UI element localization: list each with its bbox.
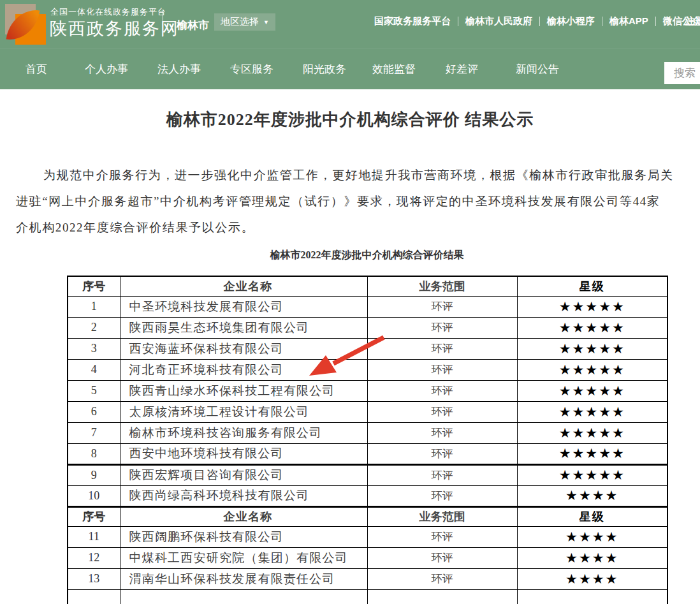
column-header: 星级 [517, 276, 667, 296]
row-number: 6 [68, 401, 120, 422]
site-logo-icon [5, 4, 46, 45]
topbar-link[interactable]: 榆林小程序 [540, 15, 602, 27]
row-number: 9 [68, 464, 120, 485]
brand-divider [163, 11, 163, 37]
company-name: 西安中地环境科技有限公司 [120, 443, 367, 464]
business-scope: 环评 [367, 485, 517, 506]
site-header: 全国一体化在线政务服务平台 陕西政务服务网 榆林市 地区选择 ▼ 国家政务服务平… [0, 0, 700, 48]
business-scope: 环评 [367, 338, 517, 359]
business-scope: 环评 [367, 443, 517, 464]
row-number: 3 [68, 338, 120, 359]
nav-item-7[interactable]: 好差评 [446, 48, 478, 90]
table-row: 6太原核清环境工程设计有限公司环评★★★★★ [68, 401, 667, 422]
business-scope: 环评 [367, 547, 517, 568]
nav-item-5[interactable]: 阳光政务 [303, 48, 346, 90]
star-rating: ★★★★★ [517, 464, 667, 485]
company-name: 河北奇正环境科技有限公司 [120, 359, 367, 380]
table-header-row: 序号企业名称业务范围星级 [68, 506, 667, 526]
region-select-button[interactable]: 地区选择 ▼ [214, 13, 275, 31]
table-row: 7榆林市环境科技咨询服务有限公司环评★★★★★ [68, 422, 667, 443]
column-header: 业务范围 [367, 506, 517, 526]
row-number: 5 [68, 380, 120, 401]
topbar-link[interactable]: 榆林APP [602, 15, 655, 27]
column-header: 企业名称 [120, 506, 367, 526]
empty-cell [120, 589, 367, 604]
empty-cell [517, 589, 667, 604]
star-rating: ★★★★★ [517, 401, 667, 422]
table-row: 4河北奇正环境科技有限公司环评★★★★★ [68, 359, 667, 380]
company-name: 榆林市环境科技咨询服务有限公司 [120, 422, 367, 443]
table-caption: 榆林市2022年度涉批中介机构综合评价结果 [67, 249, 667, 262]
company-name: 西安海蓝环保科技有限公司 [120, 338, 367, 359]
topbar-link[interactable]: 榆林市人民政府 [458, 15, 539, 27]
star-rating: ★★★★★ [517, 359, 667, 380]
search-input[interactable] [664, 62, 700, 84]
row-number: 4 [68, 359, 120, 380]
business-scope: 环评 [367, 296, 517, 317]
platform-name: 全国一体化在线政务服务平台 [50, 6, 166, 18]
company-name: 渭南华山环保科技发展有限责任公司 [120, 568, 367, 589]
table-header-row: 序号企业名称业务范围星级 [68, 276, 667, 296]
business-scope: 环评 [367, 422, 517, 443]
empty-cell [68, 589, 120, 604]
row-number: 7 [68, 422, 120, 443]
announcement-paragraph-line: 介机构2022年度综合评价结果予以公示。 [16, 219, 254, 236]
business-scope: 环评 [367, 526, 517, 547]
empty-cell [367, 589, 517, 604]
column-header: 企业名称 [120, 276, 367, 296]
site-name: 陕西政务服务网 [50, 17, 179, 40]
column-header: 序号 [68, 506, 120, 526]
row-number: 1 [68, 296, 120, 317]
company-name: 陕西宏辉项目咨询有限公司 [120, 464, 367, 485]
row-number: 8 [68, 443, 120, 464]
current-city-label: 榆林市 [177, 18, 209, 33]
table-row-partial [68, 589, 667, 604]
results-table: 序号企业名称业务范围星级1中圣环境科技发展有限公司环评★★★★★2陕西雨昊生态环… [67, 276, 668, 604]
column-header: 序号 [68, 276, 120, 296]
nav-item-6[interactable]: 效能监督 [372, 48, 416, 90]
table-row: 9陕西宏辉项目咨询有限公司环评★★★★★ [68, 464, 667, 485]
nav-item-1[interactable]: 首页 [26, 48, 47, 90]
company-name: 陕西青山绿水环保科技工程有限公司 [120, 380, 367, 401]
table-row: 1中圣环境科技发展有限公司环评★★★★★ [68, 296, 667, 317]
row-number: 12 [68, 547, 120, 568]
table-row: 10陕西尚绿高科环境科技有限公司环评★★★★ [68, 485, 667, 506]
table-row: 5陕西青山绿水环保科技工程有限公司环评★★★★★ [68, 380, 667, 401]
main-navigation: 首页个人办事法人办事专区服务阳光政务效能监督好差评新闻公告 [0, 48, 700, 89]
nav-item-3[interactable]: 法人办事 [157, 48, 201, 90]
star-rating: ★★★★★ [517, 338, 667, 359]
company-name: 中圣环境科技发展有限公司 [120, 296, 367, 317]
star-rating: ★★★★★ [517, 380, 667, 401]
business-scope: 环评 [367, 380, 517, 401]
star-rating: ★★★★ [517, 485, 667, 506]
company-name: 太原核清环境工程设计有限公司 [120, 401, 367, 422]
star-rating: ★★★★★ [517, 317, 667, 338]
company-name: 陕西尚绿高科环境科技有限公司 [120, 485, 367, 506]
nav-item-4[interactable]: 专区服务 [230, 48, 273, 90]
star-rating: ★★★★★ [517, 443, 667, 464]
nav-item-8[interactable]: 新闻公告 [516, 48, 559, 90]
table-row: 2陕西雨昊生态环境集团有限公司环评★★★★★ [68, 317, 667, 338]
row-number: 2 [68, 317, 120, 338]
business-scope: 环评 [367, 568, 517, 589]
table-row: 13渭南华山环保科技发展有限责任公司环评★★★★ [68, 568, 667, 589]
star-rating: ★★★★★ [517, 296, 667, 317]
page-title: 榆林市2022年度涉批中介机构综合评价 结果公示 [0, 108, 700, 131]
region-select-label: 地区选择 [221, 16, 259, 28]
nav-item-2[interactable]: 个人办事 [85, 48, 128, 90]
row-number: 11 [68, 526, 120, 547]
business-scope: 环评 [367, 464, 517, 485]
column-header: 星级 [517, 506, 667, 526]
star-rating: ★★★★★ [517, 422, 667, 443]
star-rating: ★★★★ [517, 526, 667, 547]
company-name: 中煤科工西安研究院（集团）有限公司 [120, 547, 367, 568]
table-row: 3西安海蓝环保科技有限公司环评★★★★★ [68, 338, 667, 359]
row-number: 13 [68, 568, 120, 589]
company-name: 陕西阔鹏环保科技有限公司 [120, 526, 367, 547]
table-row: 8西安中地环境科技有限公司环评★★★★★ [68, 443, 667, 464]
business-scope: 环评 [367, 359, 517, 380]
business-scope: 环评 [367, 317, 517, 338]
topbar-quick-links: 国家政务服务平台榆林市人民政府榆林小程序榆林APP微信公众号 [367, 15, 700, 27]
register-link[interactable]: 注册 [685, 15, 700, 27]
topbar-link[interactable]: 国家政务服务平台 [367, 15, 458, 27]
